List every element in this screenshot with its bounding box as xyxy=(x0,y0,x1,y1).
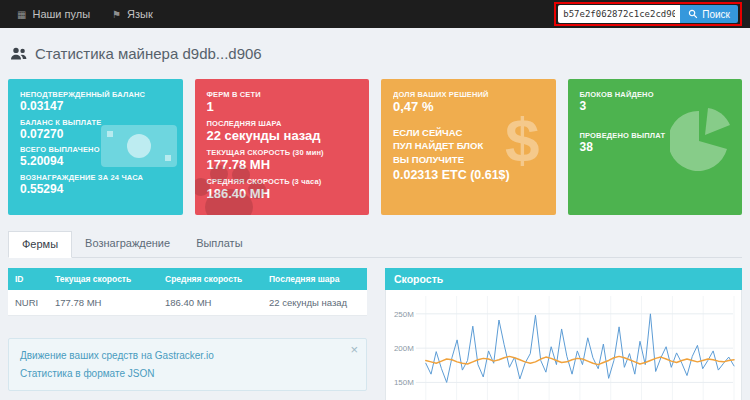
funds-movement-link[interactable]: Движение ваших средств на Gastracker.io xyxy=(20,347,355,365)
close-icon[interactable]: × xyxy=(350,342,358,357)
cell-average-speed: 186.40 MH xyxy=(158,290,262,316)
potential-payout-value: 0.02313 ETC (0.61$) xyxy=(393,168,544,182)
stat-value: 177.78 MH xyxy=(207,157,358,174)
search-form: Поиск xyxy=(558,5,738,23)
stat-label: СРЕДНЯЯ СКОРОСТЬ (3 часа) xyxy=(207,177,358,186)
share-note-line: ЕСЛИ СЕЙЧАС xyxy=(393,126,544,139)
search-button-label: Поиск xyxy=(702,9,730,20)
col-id: ID xyxy=(8,268,48,290)
nav-item-pools[interactable]: ▦ Наши пулы xyxy=(6,0,101,28)
nav-pools-label: Наши пулы xyxy=(32,8,90,20)
stat-value: 186.40 MH xyxy=(207,186,358,203)
farms-card: ФЕРМ В СЕТИ 1 ПОСЛЕДНЯЯ ШАРА 22 секунды … xyxy=(195,79,370,215)
farms-panel: ID Текущая скорость Средняя скорость Пос… xyxy=(8,268,367,391)
stat-value: 22 секунды назад xyxy=(207,128,358,145)
svg-text:200M: 200M xyxy=(394,344,414,353)
info-alert: × Движение ваших средств на Gastracker.i… xyxy=(8,338,367,391)
stat-value: 5.20094 xyxy=(20,154,171,170)
search-area: Поиск xyxy=(554,2,742,26)
chart-title: Скорость xyxy=(385,268,742,290)
table-row: NURI 177.78 MH 186.40 MH 22 секунды наза… xyxy=(8,290,367,316)
stat-value: 0.55294 xyxy=(20,182,171,198)
cell-id: NURI xyxy=(8,290,48,316)
json-stats-link[interactable]: Статистика в формате JSON xyxy=(20,365,355,383)
tab-payouts[interactable]: Выплаты xyxy=(183,231,255,257)
speed-chart-card: Скорость 250M200M150M xyxy=(385,268,742,400)
col-last-share: Последняя шара xyxy=(262,268,367,290)
language-icon: ⚑ xyxy=(112,9,121,20)
stat-value: 38 xyxy=(580,140,731,156)
tab-farms[interactable]: Фермы xyxy=(8,231,72,258)
share-note-line: ПУЛ НАЙДЕТ БЛОК xyxy=(393,139,544,152)
nav-item-language[interactable]: ⚑ Язык xyxy=(101,0,164,28)
section-tabs: Фермы Вознаграждение Выплаты xyxy=(8,231,742,258)
stat-label: ТЕКУЩАЯ СКОРОСТЬ (30 мин) xyxy=(207,148,358,157)
stat-value: 0.03147 xyxy=(20,99,171,115)
stat-label: ДОЛЯ ВАШИХ РЕШЕНИЙ xyxy=(393,90,544,99)
miners-icon xyxy=(10,47,27,61)
chart-body: 250M200M150M xyxy=(385,290,742,400)
share-card: ДОЛЯ ВАШИХ РЕШЕНИЙ 0,47 % ЕСЛИ СЕЙЧАС ПУ… xyxy=(381,79,556,215)
main-content: ID Текущая скорость Средняя скорость Пос… xyxy=(8,268,742,400)
speed-chart-svg: 250M200M150M xyxy=(386,290,741,400)
farms-table: ID Текущая скорость Средняя скорость Пос… xyxy=(8,268,367,316)
search-button[interactable]: Поиск xyxy=(680,5,738,23)
cell-last-share: 22 секунды назад xyxy=(262,290,367,316)
svg-text:150M: 150M xyxy=(394,378,414,387)
col-current-speed: Текущая скорость xyxy=(48,268,158,290)
stat-value: 3 xyxy=(580,99,731,115)
top-navbar: ▦ Наши пулы ⚑ Язык Поиск xyxy=(0,0,750,28)
col-average-speed: Средняя скорость xyxy=(158,268,262,290)
stat-label: БЛОКОВ НАЙДЕНО xyxy=(580,90,731,99)
cell-current-speed: 177.78 MH xyxy=(48,290,158,316)
nav-language-label: Язык xyxy=(127,8,153,20)
navbar-menu: ▦ Наши пулы ⚑ Язык xyxy=(6,0,164,28)
stat-label: ПРОВЕДЕНО ВЫПЛАТ xyxy=(580,131,731,140)
stat-label: ВСЕГО ВЫПЛАЧЕНО xyxy=(20,145,171,154)
search-icon xyxy=(688,9,698,19)
search-input[interactable] xyxy=(558,5,680,23)
table-header-row: ID Текущая скорость Средняя скорость Пос… xyxy=(8,268,367,290)
stat-label: ПОСЛЕДНЯЯ ШАРА xyxy=(207,119,358,128)
stat-value: 0,47 % xyxy=(393,99,544,114)
stat-label: ВОЗНАГРАЖДЕНИЕ ЗА 24 ЧАСА xyxy=(20,173,171,182)
stat-label: НЕПОДТВЕРЖДЕННЫЙ БАЛАНС xyxy=(20,90,171,99)
share-note-line: ВЫ ПОЛУЧИТЕ xyxy=(393,153,544,166)
stat-label: БАЛАНС К ВЫПЛАТЕ xyxy=(20,118,171,127)
page-header: Статистика майнера d9db...d906 xyxy=(10,45,740,62)
tab-rewards[interactable]: Вознаграждение xyxy=(72,231,183,257)
svg-text:250M: 250M xyxy=(394,310,414,319)
pools-icon: ▦ xyxy=(17,9,26,20)
stat-label: ФЕРМ В СЕТИ xyxy=(207,90,358,99)
balance-card: НЕПОДТВЕРЖДЕННЫЙ БАЛАНС 0.03147 БАЛАНС К… xyxy=(8,79,183,215)
stat-value: 1 xyxy=(207,99,358,116)
page-title: Статистика майнера d9db...d906 xyxy=(35,45,262,62)
stat-value: 0.07270 xyxy=(20,127,171,143)
stat-cards: НЕПОДТВЕРЖДЕННЫЙ БАЛАНС 0.03147 БАЛАНС К… xyxy=(8,79,742,215)
blocks-card: БЛОКОВ НАЙДЕНО 3 ПРОВЕДЕНО ВЫПЛАТ 38 xyxy=(568,79,743,215)
